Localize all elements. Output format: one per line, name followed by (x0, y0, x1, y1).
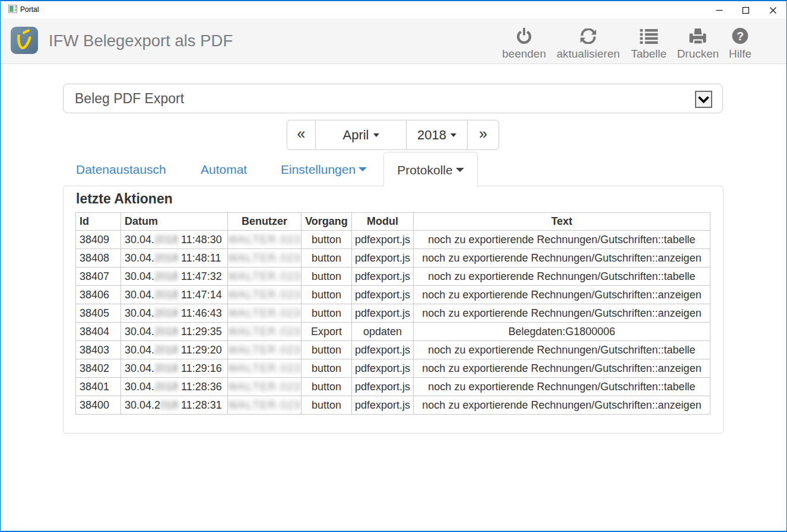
svg-text:?: ? (737, 30, 744, 43)
